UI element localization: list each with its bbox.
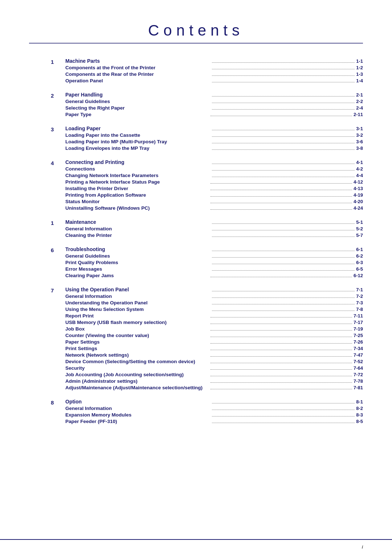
chapter-1: 1Machine Parts1-1Components at the Front… (51, 58, 363, 85)
entry-page: 3-2 (356, 132, 363, 138)
entry-page: 6-5 (356, 266, 363, 272)
entry-title: Clearing Paper Jams (65, 273, 209, 278)
entry-dots (212, 237, 355, 237)
entry-title: Uninstalling Software (Windows PC) (65, 205, 209, 211)
chapter-number: 1 (51, 58, 65, 65)
page-title: Contents (29, 22, 363, 39)
toc-entry: Understanding the Operation Panel7-3 (65, 300, 363, 305)
toc-entry: Device Common (Selecting/Setting the com… (65, 359, 363, 364)
entry-dots (211, 350, 352, 350)
toc-entry: General Guidelines6-2 (65, 253, 363, 259)
entry-title: Paper Settings (65, 339, 209, 345)
entry-title: Adjust/Maintenance (Adjust/Maintenance s… (65, 385, 209, 390)
entry-title: Loading Envelopes into the MP Tray (65, 145, 211, 151)
entry-page: 8-1 (356, 399, 363, 405)
entry-page: 4-20 (354, 199, 363, 204)
chapter-entries: Connecting and Printing4-1Connections4-2… (65, 159, 363, 212)
toc-entry: Printing a Network Interface Status Page… (65, 179, 363, 185)
entry-title: Print Settings (65, 346, 209, 351)
toc-entry: Installing the Printer Driver4-13 (65, 186, 363, 191)
toc-entry: General Information8-2 (65, 406, 363, 411)
entry-title: Loading Paper into the Cassette (65, 132, 211, 138)
entry-dots (212, 311, 355, 311)
entry-dots (212, 69, 355, 69)
entry-title: Loading Paper into MP (Multi-Purpose) Tr… (65, 139, 211, 144)
entry-title: General Information (65, 406, 211, 411)
chapter-5: 1Maintenance5-1General Information5-2Cle… (51, 219, 363, 239)
chapter-entries: Option8-1General Information8-2Expansion… (65, 399, 363, 425)
entry-title: Changing Network Interface Parameters (65, 173, 211, 178)
entry-title: Admin (Administrator settings) (65, 378, 209, 384)
toc-entry: General Information5-2 (65, 226, 363, 231)
toc-entry: Paper Handling2-1 (65, 92, 363, 98)
entry-dots (211, 277, 352, 277)
entry-dots (212, 96, 355, 97)
entry-title: Machine Parts (65, 58, 211, 64)
entry-page: 7-25 (354, 333, 363, 338)
toc-entry: Machine Parts1-1 (65, 58, 363, 64)
entry-dots (212, 291, 355, 291)
entry-dots (212, 264, 355, 264)
toc-entry: Operation Panel1-4 (65, 78, 363, 83)
entry-title: General Information (65, 294, 211, 299)
chapter-8: 8Option8-1General Information8-2Expansio… (51, 399, 363, 425)
entry-page: 4-19 (354, 192, 363, 198)
toc-entry: Print Settings7-34 (65, 346, 363, 351)
entry-dots (211, 116, 352, 116)
toc-entry: Job Box7-19 (65, 326, 363, 332)
entry-title: Using the Operation Panel (65, 287, 211, 292)
toc-entry: Paper Type2-11 (65, 112, 363, 117)
toc-entry: Components at the Rear of the Printer1-3 (65, 71, 363, 77)
entry-dots (212, 62, 355, 63)
entry-dots (211, 389, 352, 389)
toc-entry: Components at the Front of the Printer1-… (65, 65, 363, 70)
chapter-number: 3 (51, 126, 65, 132)
entry-dots (212, 251, 355, 251)
entry-page: 7-34 (354, 346, 363, 351)
entry-page: 4-24 (354, 205, 363, 211)
entry-dots (212, 403, 355, 403)
entry-page: 8-3 (356, 412, 363, 418)
toc-entry: Loading Paper into the Cassette3-2 (65, 132, 363, 138)
toc-entry: Counter (Viewing the counter value)7-25 (65, 333, 363, 338)
entry-page: 7-17 (354, 320, 363, 325)
entry-dots (212, 164, 355, 164)
entry-title: General Guidelines (65, 99, 211, 104)
toc-entry: Loading Paper into MP (Multi-Purpose) Tr… (65, 139, 363, 144)
entry-title: Components at the Rear of the Printer (65, 71, 211, 77)
entry-page: 4-13 (354, 186, 363, 191)
entry-dots (211, 369, 352, 370)
toc-entry: Job Accounting (Job Accounting selection… (65, 372, 363, 377)
entry-dots (211, 196, 352, 197)
entry-title: Error Messages (65, 266, 211, 272)
entry-page: 3-6 (356, 139, 363, 144)
entry-page: 8-5 (356, 419, 363, 424)
toc-entry: Printing from Application Software4-19 (65, 192, 363, 198)
entry-page: 7-1 (356, 287, 363, 292)
entry-dots (211, 190, 352, 190)
title-divider (29, 43, 363, 44)
entry-page: 5-1 (356, 219, 363, 225)
entry-page: 1-2 (356, 65, 363, 70)
entry-dots (211, 324, 352, 324)
entry-dots (212, 143, 355, 143)
toc-entry: Admin (Administrator settings)7-78 (65, 378, 363, 384)
entry-page: 8-2 (356, 406, 363, 411)
entry-dots (211, 337, 352, 337)
entry-title: General Guidelines (65, 253, 211, 259)
entry-dots (212, 149, 355, 150)
entry-title: Installing the Printer Driver (65, 186, 209, 191)
chapter-6: 6Troubleshooting6-1General Guidelines6-2… (51, 246, 363, 279)
entry-page: 4-12 (354, 179, 363, 185)
entry-page: 2-11 (354, 112, 363, 117)
chapter-entries: Using the Operation Panel7-1General Info… (65, 287, 363, 391)
entry-page: 7-2 (356, 294, 363, 299)
entry-title: Understanding the Operation Panel (65, 300, 211, 305)
title-section: Contents (29, 22, 363, 44)
entry-title: Connecting and Printing (65, 159, 211, 165)
chapter-number: 4 (51, 159, 65, 166)
entry-dots (212, 270, 355, 271)
entry-dots (212, 130, 355, 130)
entry-dots (211, 363, 352, 363)
entry-title: Using the Menu Selection System (65, 307, 211, 312)
